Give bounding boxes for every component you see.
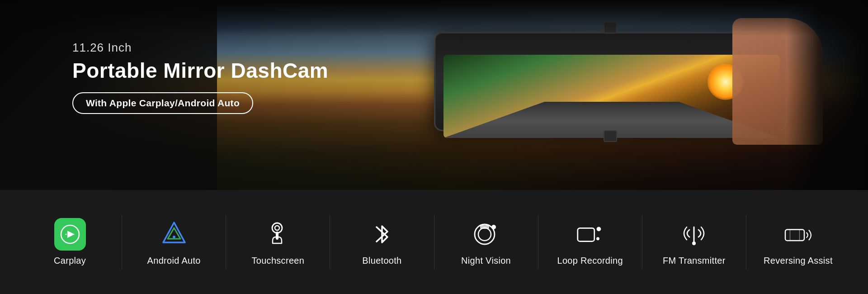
loop-recording-label: Loop Recording xyxy=(557,256,623,266)
svg-marker-1 xyxy=(67,231,75,238)
bluetooth-label: Bluetooth xyxy=(362,256,401,266)
carplay-icon xyxy=(54,218,86,250)
feature-bluetooth: Bluetooth xyxy=(330,218,434,266)
hero-subtitle: 11.26 Inch xyxy=(72,41,328,55)
android-auto-label: Android Auto xyxy=(147,256,201,266)
feature-fm-transmitter: FM Transmitter xyxy=(642,218,746,266)
feature-touchscreen: Touchscreen xyxy=(226,218,330,266)
android-auto-icon xyxy=(158,218,190,250)
reversing-assist-icon xyxy=(782,218,814,250)
svg-point-6 xyxy=(272,223,282,233)
night-vision-icon xyxy=(470,218,502,250)
svg-point-7 xyxy=(275,226,279,230)
mirror-device xyxy=(434,18,805,145)
feature-loop-recording: Loop Recording xyxy=(538,218,642,266)
feature-night-vision: Night Vision xyxy=(434,218,538,266)
touchscreen-icon xyxy=(262,218,294,250)
svg-rect-18 xyxy=(785,229,804,241)
feature-android-auto: Android Auto xyxy=(122,218,226,266)
reversing-assist-label: Reversing Assist xyxy=(764,256,833,266)
mirror-screen xyxy=(443,55,780,138)
hero-text: 11.26 Inch Portable Mirror DashCam With … xyxy=(72,41,328,114)
bluetooth-icon xyxy=(366,218,398,250)
hero-section: 11.26 Inch Portable Mirror DashCam With … xyxy=(0,0,868,190)
touchscreen-label: Touchscreen xyxy=(251,256,304,266)
mount-bracket-bottom xyxy=(604,130,617,142)
hero-title: Portable Mirror DashCam xyxy=(72,59,328,82)
svg-point-12 xyxy=(491,225,496,229)
feature-reversing-assist: Reversing Assist xyxy=(746,218,850,266)
feature-carplay: Carplay xyxy=(18,218,122,266)
right-overlay xyxy=(787,0,868,190)
svg-point-17 xyxy=(692,242,696,245)
night-vision-label: Night Vision xyxy=(461,256,511,266)
fm-transmitter-label: FM Transmitter xyxy=(663,256,726,266)
svg-point-10 xyxy=(478,228,491,241)
features-bar: Carplay Android Auto Touch xyxy=(0,190,868,294)
carplay-label: Carplay xyxy=(54,256,86,266)
fm-transmitter-icon xyxy=(678,218,710,250)
top-overlay xyxy=(0,0,868,36)
hero-badge: With Apple Carplay/Android Auto xyxy=(72,92,253,114)
svg-point-14 xyxy=(597,227,601,231)
loop-recording-icon xyxy=(574,218,606,250)
svg-point-15 xyxy=(596,237,599,240)
svg-point-5 xyxy=(173,236,175,238)
svg-rect-8 xyxy=(276,232,278,240)
svg-rect-13 xyxy=(578,228,594,241)
svg-rect-11 xyxy=(480,225,489,229)
